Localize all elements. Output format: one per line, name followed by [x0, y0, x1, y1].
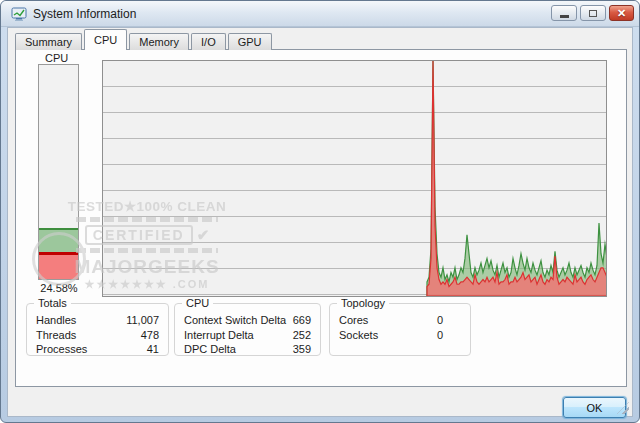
tab-gpu[interactable]: GPU	[228, 33, 272, 50]
tab-cpu[interactable]: CPU	[84, 29, 127, 50]
tab-strip: SummaryCPUMemoryI/OGPU	[15, 32, 274, 50]
info-row: Context Switch Delta669	[184, 313, 311, 328]
info-row: Threads478	[36, 328, 159, 343]
tab-io[interactable]: I/O	[191, 33, 226, 50]
info-row: Sockets0	[339, 328, 461, 343]
group-title: Topology	[337, 297, 389, 309]
caption-buttons: ✕	[551, 5, 634, 21]
info-label: Sockets	[339, 328, 378, 343]
info-value: 11,007	[126, 313, 159, 328]
info-label: Cores	[339, 313, 368, 328]
info-label: DPC Delta	[184, 342, 236, 357]
info-row: Processes41	[36, 342, 159, 357]
cpu-usage-bar	[38, 64, 79, 280]
cpu-bar-kernel-segment	[39, 228, 78, 252]
minimize-icon	[560, 15, 569, 18]
info-label: Processes	[36, 342, 87, 357]
totals-groupbox: Totals Handles11,007Threads478Processes4…	[26, 303, 169, 356]
tab-memory[interactable]: Memory	[129, 33, 189, 50]
info-value: 0	[437, 328, 461, 343]
maximize-icon	[589, 10, 597, 17]
info-value: 41	[147, 342, 159, 357]
cpu-usage-percent: 24.58%	[22, 282, 96, 294]
group-title: CPU	[182, 297, 213, 309]
close-icon: ✕	[617, 7, 626, 20]
info-row: Interrupt Delta252	[184, 328, 311, 343]
app-icon	[11, 6, 27, 22]
minimize-button[interactable]	[551, 5, 577, 21]
info-label: Threads	[36, 328, 76, 343]
cpu-history-graph	[102, 60, 607, 297]
topology-groupbox: Topology Cores0Sockets0	[329, 303, 471, 356]
info-label: Context Switch Delta	[184, 313, 286, 328]
cpu-bar-user-segment	[39, 255, 78, 279]
tab-summary[interactable]: Summary	[15, 33, 82, 50]
info-label: Interrupt Delta	[184, 328, 254, 343]
group-title: Totals	[34, 297, 71, 309]
info-row: Handles11,007	[36, 313, 159, 328]
info-value: 669	[293, 313, 311, 328]
title-bar[interactable]: System Information ✕	[1, 1, 639, 27]
info-value: 359	[293, 342, 311, 357]
info-value: 478	[141, 328, 159, 343]
window-title: System Information	[33, 7, 136, 21]
info-label: Handles	[36, 313, 76, 328]
info-value: 0	[437, 313, 461, 328]
cpu-bar-label: CPU	[45, 52, 68, 64]
cpu-tab-page: CPU 24.58% TESTED★100% CLEAN CERTIFIED✔	[15, 49, 627, 387]
cpu-graph-canvas	[103, 61, 606, 296]
info-row: DPC Delta359	[184, 342, 311, 357]
info-value: 252	[293, 328, 311, 343]
dialog-client-area: SummaryCPUMemoryI/OGPU CPU 24.58% TESTED…	[7, 27, 633, 417]
cpu-groupbox: CPU Context Switch Delta669Interrupt Del…	[174, 303, 321, 356]
info-row: Cores0	[339, 313, 461, 328]
ok-button[interactable]: OK	[563, 397, 626, 418]
maximize-button[interactable]	[580, 5, 606, 21]
close-button[interactable]: ✕	[609, 5, 634, 21]
system-information-window: System Information ✕ SummaryCPUMemoryI/O…	[0, 0, 640, 423]
